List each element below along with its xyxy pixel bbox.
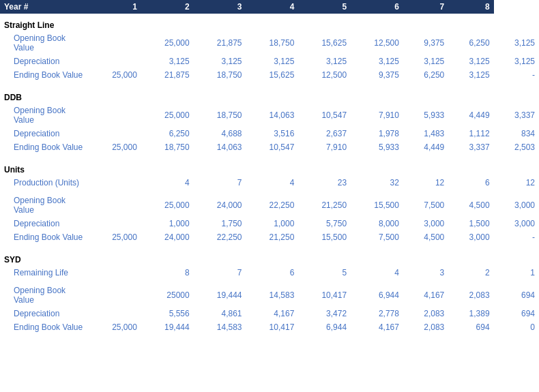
section-header: DDB (0, 86, 539, 104)
table-row: Ending Book Value25,00024,00022,25021,25… (0, 230, 539, 244)
col1-header: 1 (89, 0, 141, 14)
section-header: Straight Line (0, 14, 539, 31)
table-row: Opening Book Value25,00024,00022,25021,2… (0, 194, 539, 217)
col2-header: 2 (141, 0, 194, 14)
col5-header: 5 (298, 0, 351, 14)
table-row: Depreciation3,1253,1253,1253,1253,1253,1… (0, 55, 539, 68)
table-row: Remaining Life87654321 (0, 266, 539, 280)
table-row: Opening Book Value25,00018,75014,06310,5… (0, 104, 539, 127)
table-row: Opening Book Value2500019,44414,58310,41… (0, 284, 539, 307)
section-header: Units (0, 158, 539, 176)
table-row: Depreciation1,0001,7501,0005,7508,0003,0… (0, 217, 539, 230)
col8-header: 8 (448, 0, 493, 14)
table-row: Ending Book Value25,00018,75014,06310,54… (0, 140, 539, 154)
col4-header: 4 (246, 0, 298, 14)
depreciation-table: Year # 1 2 3 4 5 6 7 8 Straight LineOpen… (0, 0, 539, 334)
section-header: SYD (0, 248, 539, 266)
table-row: Ending Book Value25,00021,87518,75015,62… (0, 68, 539, 82)
table-row: Ending Book Value25,00019,44414,58310,41… (0, 320, 539, 334)
table-row: Depreciation6,2504,6883,5162,6371,9781,4… (0, 127, 539, 140)
col3-header: 3 (194, 0, 246, 14)
col7-header: 7 (403, 0, 448, 14)
table-row: Depreciation5,5564,8614,1673,4722,7782,0… (0, 307, 539, 320)
table-header: Year # 1 2 3 4 5 6 7 8 (0, 0, 539, 14)
table-row: Production (Units)474233212612 (0, 176, 539, 190)
table-row: Opening Book Value25,00021,87518,75015,6… (0, 31, 539, 55)
col6-header: 6 (351, 0, 403, 14)
year-col-header: Year # (0, 0, 89, 14)
